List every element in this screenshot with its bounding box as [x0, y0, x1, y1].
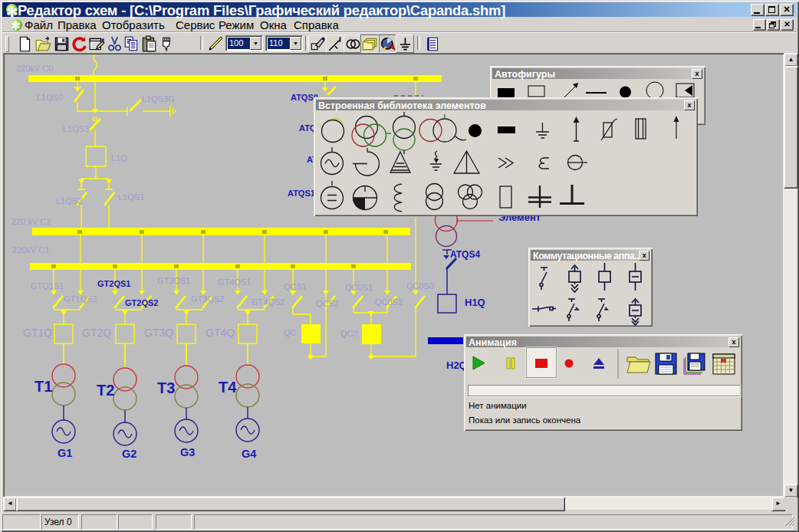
svg-text:Показ или запись окончена: Показ или запись окончена	[469, 415, 581, 425]
svg-text:G3: G3	[180, 446, 195, 458]
svg-text:QCS1: QCS1	[284, 282, 307, 291]
svg-text:GT1Q: GT1Q	[23, 327, 52, 339]
svg-text:GT4QS1: GT4QS1	[218, 277, 251, 287]
svg-text:220kV C0: 220kV C0	[16, 64, 53, 73]
svg-text:L1QS3: L1QS3	[63, 124, 89, 133]
svg-text:G2: G2	[122, 448, 136, 460]
svg-text:GT3QS1: GT3QS1	[157, 276, 190, 285]
svg-text:L1Q: L1Q	[111, 153, 127, 163]
svg-text:GT2QS2: GT2QS2	[125, 298, 158, 307]
svg-text:QC0S1: QC0S1	[345, 283, 373, 292]
svg-text:QC: QC	[284, 328, 297, 337]
svg-text:ATQS4: ATQS4	[450, 249, 480, 260]
svg-text:L1QS1: L1QS1	[118, 192, 144, 202]
svg-text:ATQS1: ATQS1	[288, 189, 315, 198]
svg-text:T3: T3	[157, 379, 175, 396]
svg-text:GT3Q: GT3Q	[144, 327, 173, 339]
svg-text:GTQ1S1: GTQ1S1	[31, 281, 64, 291]
svg-text:T1: T1	[35, 378, 52, 395]
svg-text:L1QS2: L1QS2	[56, 196, 82, 205]
svg-text:GT4Q: GT4Q	[206, 327, 235, 339]
svg-text:220 kV C2: 220 kV C2	[12, 217, 51, 226]
svg-text:QC0S0: QC0S0	[406, 281, 434, 291]
svg-text:T2: T2	[97, 382, 114, 399]
svg-text:H1Q: H1Q	[465, 297, 485, 308]
svg-text:G1: G1	[58, 447, 72, 459]
svg-text:220kV C1: 220kV C1	[12, 245, 49, 255]
svg-text:QCS2: QCS2	[316, 299, 339, 308]
svg-text:Нет анимации: Нет анимации	[469, 401, 527, 410]
svg-text:T4: T4	[219, 379, 237, 396]
svg-text:GT1QS2: GT1QS2	[64, 294, 97, 304]
svg-text:QC0S2: QC0S2	[375, 297, 403, 307]
svg-text:QC0: QC0	[340, 329, 358, 338]
svg-text:L1QS0: L1QS0	[37, 93, 63, 102]
svg-text:L1QS3G: L1QS3G	[142, 94, 175, 103]
svg-text:G4: G4	[242, 448, 256, 460]
svg-text:GT2QS1: GT2QS1	[97, 279, 130, 288]
svg-text:GT4QS2: GT4QS2	[252, 297, 284, 307]
svg-text:GT3QS2: GT3QS2	[191, 294, 224, 304]
svg-text:GT2Q: GT2Q	[82, 327, 111, 339]
